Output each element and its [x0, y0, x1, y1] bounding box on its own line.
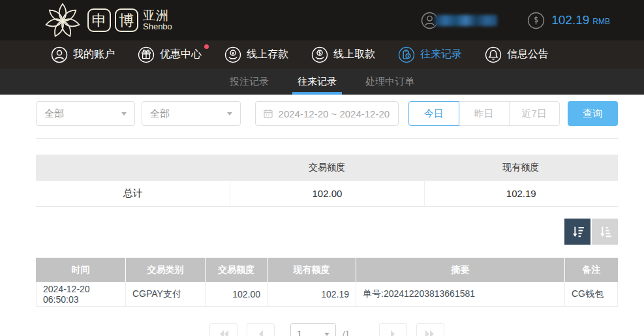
category-select-value: 全部 — [44, 108, 64, 120]
nav-label: 线上取款 — [333, 48, 375, 61]
col-header-amount: 交易额度 — [206, 258, 268, 282]
nav-label: 线上存款 — [247, 48, 288, 61]
page-number-select[interactable]: 1 — [290, 323, 336, 336]
withdraw-hand-dollar-icon — [311, 46, 328, 63]
deposit-hand-coin-icon — [224, 46, 241, 63]
tab-label: 往来记录 — [298, 76, 337, 88]
double-chevron-left-icon — [217, 329, 230, 336]
cell-time: 2024-12-20 06:50:03 — [36, 282, 126, 306]
yesterday-button[interactable]: 昨日 — [459, 101, 510, 126]
logo-subtitle-label: Shenbo — [143, 22, 172, 31]
chevron-down-icon — [324, 333, 330, 336]
records-table: 时间 交易类别 交易额度 现有额度 摘要 备注 2024-12-20 06:50… — [36, 258, 618, 307]
cell-summary: 单号:202412203813661581 — [356, 282, 565, 306]
category-select[interactable]: 全部 — [36, 101, 135, 126]
summary-total-balance: 102.19 — [424, 181, 618, 206]
tab-pending-orders[interactable]: 处理中订单 — [360, 69, 420, 95]
active-tab-underline — [292, 92, 342, 95]
header-user-area: 102.19 RMB — [421, 12, 610, 29]
summary-total-row: 总计 102.00 102.19 — [36, 181, 618, 207]
first-page-button[interactable] — [209, 323, 238, 336]
cell-amount: 102.00 — [206, 282, 268, 306]
nav-item-withdraw[interactable]: 线上取款 — [311, 46, 375, 63]
main-nav: 我的账户 优惠中心 线上存款 — [0, 40, 644, 69]
search-button[interactable]: 查询 — [568, 101, 618, 126]
username-blurred — [435, 15, 497, 26]
nav-label: 信息公告 — [507, 48, 549, 61]
username-chip[interactable] — [421, 12, 497, 29]
tab-label: 处理中订单 — [365, 76, 414, 88]
date-range-input[interactable]: 2024-12-20 ~ 2024-12-20 — [255, 101, 399, 126]
balance-display[interactable]: 102.19 RMB — [527, 12, 610, 29]
logo-char-box: 博 — [115, 8, 138, 32]
prev-page-button[interactable] — [247, 323, 275, 336]
content-area: 全部 全部 2024-12-20 ~ 2024-12-20 今日 昨日 近7日 … — [0, 95, 644, 336]
logo-char-box: 申 — [87, 8, 111, 32]
col-header-remark: 备注 — [565, 258, 618, 282]
bell-icon — [485, 46, 502, 63]
sub-tab-bar: 投注记录 往来记录 处理中订单 — [0, 69, 644, 95]
logo-region-label: 亚洲 — [143, 9, 172, 22]
cell-type: CGPAY支付 — [126, 282, 206, 306]
filter-row: 全部 全部 2024-12-20 ~ 2024-12-20 今日 昨日 近7日 … — [36, 101, 618, 126]
top-header: 申 博 亚洲 Shenbo 102.19 — [0, 0, 644, 40]
dollar-circle-icon — [527, 12, 545, 29]
nav-item-transaction-records[interactable]: 往来记录 — [398, 46, 462, 63]
next-page-button[interactable] — [379, 323, 407, 336]
col-header-time: 时间 — [36, 258, 126, 282]
sort-controls — [36, 219, 618, 245]
brand-logo[interactable]: 申 博 亚洲 Shenbo — [42, 2, 172, 38]
summary-total-label: 总计 — [36, 181, 230, 206]
table-row: 2024-12-20 06:50:03 CGPAY支付 102.00 102.1… — [36, 282, 618, 307]
tab-transaction-records[interactable]: 往来记录 — [292, 69, 342, 95]
logo-wordmark: 亚洲 Shenbo — [143, 9, 172, 31]
summary-total-transaction: 102.00 — [230, 181, 423, 206]
col-header-balance: 现有额度 — [268, 258, 356, 282]
page-number-value: 1 — [297, 329, 302, 336]
last-page-button[interactable] — [416, 323, 444, 336]
gift-icon — [138, 46, 155, 63]
pagination: 1 /1 — [36, 323, 618, 336]
col-header-summary: 摘要 — [356, 258, 565, 282]
tab-betting-records[interactable]: 投注记录 — [224, 69, 274, 95]
nav-label: 优惠中心 — [160, 48, 202, 61]
balance-currency: RMB — [592, 14, 610, 26]
type-select[interactable]: 全部 — [142, 101, 241, 126]
double-chevron-right-icon — [423, 329, 437, 336]
chevron-down-icon — [121, 112, 127, 115]
date-range-value: 2024-12-20 ~ 2024-12-20 — [279, 108, 390, 119]
lotus-flower-icon — [42, 2, 84, 38]
records-table-header: 时间 交易类别 交易额度 现有额度 摘要 备注 — [36, 258, 618, 282]
col-header-type: 交易类别 — [126, 258, 206, 282]
logo-characters: 申 博 — [87, 8, 138, 32]
tab-label: 投注记录 — [230, 76, 269, 88]
sort-descending-button[interactable] — [564, 219, 590, 245]
nav-item-my-account[interactable]: 我的账户 — [51, 46, 115, 63]
clipboard-clock-icon — [398, 46, 415, 63]
balance-amount: 102.19 — [551, 13, 589, 27]
nav-label: 我的账户 — [73, 48, 115, 61]
user-circle-icon — [51, 46, 68, 63]
today-button[interactable]: 今日 — [408, 101, 459, 126]
notification-dot-badge — [204, 44, 209, 49]
calendar-icon — [263, 108, 273, 119]
sort-descending-icon — [570, 224, 585, 239]
quick-date-group: 今日 昨日 近7日 — [409, 101, 560, 126]
chevron-left-icon — [254, 329, 268, 336]
type-select-value: 全部 — [150, 108, 170, 120]
last-7-days-button[interactable]: 近7日 — [509, 101, 560, 126]
nav-item-promotions[interactable]: 优惠中心 — [138, 46, 202, 63]
nav-item-announcements[interactable]: 信息公告 — [485, 46, 549, 63]
summary-header-empty — [36, 155, 230, 181]
summary-table-header: 交易额度 现有额度 — [36, 155, 618, 181]
sort-ascending-icon — [598, 224, 613, 239]
chevron-down-icon — [227, 112, 232, 115]
total-pages-label: /1 — [343, 329, 350, 336]
chevron-right-icon — [386, 329, 399, 336]
cell-remark: CG钱包 — [565, 282, 618, 306]
nav-item-deposit[interactable]: 线上存款 — [224, 46, 288, 63]
section-divider — [36, 138, 618, 139]
summary-header-balance: 现有额度 — [424, 155, 618, 181]
sort-ascending-button[interactable] — [592, 219, 618, 245]
summary-header-transaction: 交易额度 — [230, 155, 423, 181]
